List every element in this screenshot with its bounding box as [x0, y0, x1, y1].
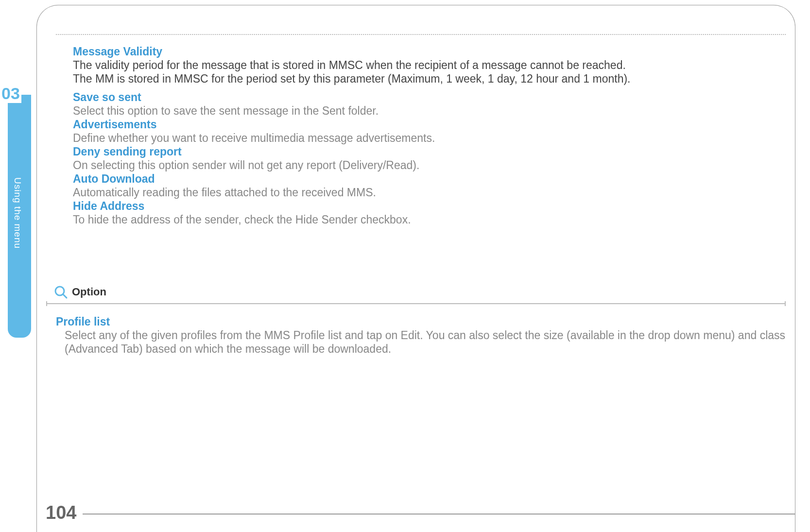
- heading-save-so-sent: Save so sent: [73, 90, 786, 104]
- body-message-validity-2: The MM is stored in MMSC for the period …: [73, 72, 786, 86]
- dotted-divider: [56, 34, 786, 35]
- page-number: 104: [46, 502, 76, 523]
- chapter-number: 03: [0, 84, 21, 103]
- option-block: Option Profile list Select any of the gi…: [46, 285, 786, 356]
- body-message-validity-1: The validity period for the message that…: [73, 58, 786, 72]
- body-auto-download: Automatically reading the files attached…: [73, 186, 786, 199]
- heading-hide-address: Hide Address: [73, 199, 786, 213]
- heading-deny-sending-report: Deny sending report: [73, 145, 786, 158]
- heading-message-validity: Message Validity: [73, 45, 786, 58]
- heading-advertisements: Advertisements: [73, 118, 786, 131]
- svg-line-1: [63, 294, 67, 298]
- heading-auto-download: Auto Download: [73, 172, 786, 186]
- body-save-so-sent: Select this option to save the sent mess…: [73, 104, 786, 118]
- main-content: Message Validity The validity period for…: [56, 34, 786, 356]
- sidebar-section-label: Using the menu: [12, 177, 23, 249]
- option-divider-line: [46, 303, 786, 304]
- option-header: Option: [46, 285, 786, 299]
- heading-profile-list: Profile list: [56, 315, 786, 328]
- body-deny-sending-report: On selecting this option sender will not…: [73, 158, 786, 172]
- body-hide-address: To hide the address of the sender, check…: [73, 213, 786, 226]
- option-label: Option: [72, 286, 106, 298]
- body-advertisements: Define whether you want to receive multi…: [73, 131, 786, 145]
- body-profile-list: Select any of the given profiles from th…: [56, 328, 786, 356]
- page-footer-line: [83, 514, 795, 515]
- magnifier-icon: [53, 285, 68, 299]
